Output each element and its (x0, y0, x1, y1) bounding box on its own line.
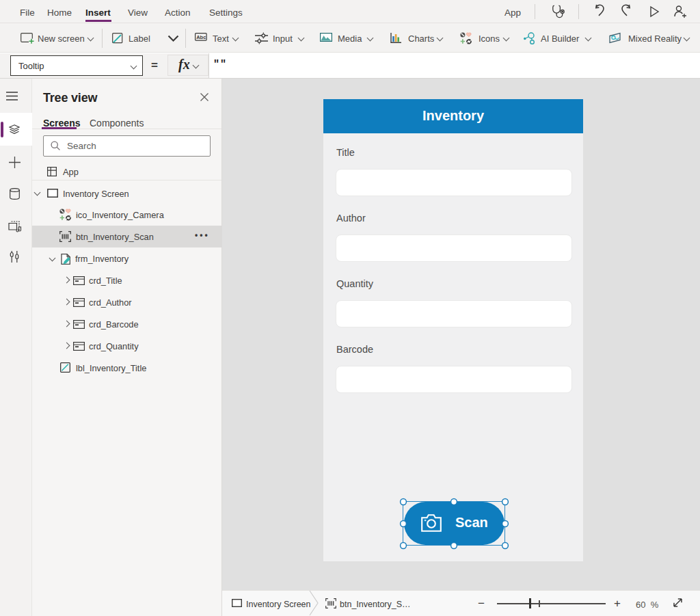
svg-text:Abc: Abc (196, 34, 206, 40)
